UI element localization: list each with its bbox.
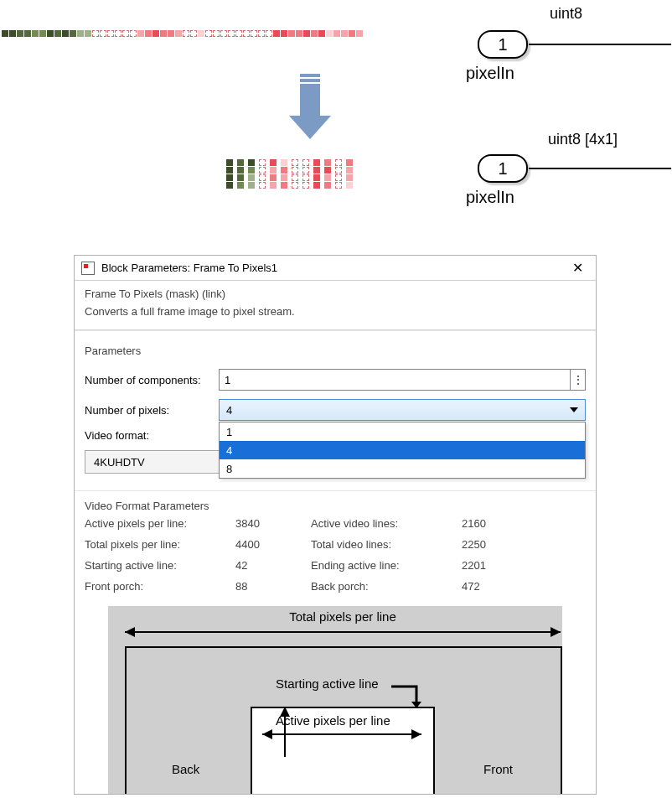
- mask-description: Frame To Pixels (mask) (link) Converts a…: [75, 281, 596, 330]
- mask-title: Frame To Pixels (mask) (link): [85, 288, 586, 300]
- vfp-label: Active pixels per line:: [85, 517, 227, 530]
- inport-pixelin-1[interactable]: 1: [478, 30, 528, 59]
- vfp-label: Back porch:: [311, 580, 453, 593]
- vfp-value: 2250: [462, 538, 529, 551]
- inport-name: pixelIn: [466, 188, 514, 207]
- vfp-value: 3840: [235, 517, 302, 530]
- num-pixels-option[interactable]: 4: [220, 441, 585, 459]
- num-pixels-dropdown[interactable]: 4 1 4 8: [219, 399, 586, 421]
- inport-pixelin-2[interactable]: 1: [478, 154, 528, 183]
- diagram-starting-active-label: Starting active line: [276, 676, 379, 691]
- video-format-label: Video format:: [85, 429, 219, 442]
- pixel-strip-1d: [2, 30, 363, 37]
- num-components-input[interactable]: [219, 369, 571, 391]
- signal-datatype: uint8: [550, 5, 582, 23]
- num-pixels-option-list: 1 4 8: [219, 422, 586, 479]
- diagram-back-porch-label: Back: [172, 762, 199, 776]
- num-pixels-option[interactable]: 8: [220, 459, 585, 478]
- vfp-section-title: Video Format Parameters: [85, 491, 586, 517]
- diagram-arrow-h: [125, 631, 561, 633]
- diagram-arrow-icon: [391, 683, 425, 708]
- pixel-strip-4xN: [226, 159, 353, 189]
- svg-rect-1: [300, 79, 320, 82]
- block-parameters-dialog: Block Parameters: Frame To Pixels1 ✕ Fra…: [74, 255, 597, 795]
- vfp-label: Ending active line:: [311, 559, 453, 572]
- chevron-down-icon: [570, 407, 578, 412]
- vfp-value: 42: [235, 559, 302, 572]
- vfp-value: 472: [462, 580, 529, 593]
- signal-wire: [529, 168, 671, 169]
- vfp-label: Total pixels per line:: [85, 538, 227, 551]
- diagram-front-porch-label: Front: [483, 762, 513, 776]
- svg-rect-0: [300, 74, 320, 77]
- vfp-value: 2160: [462, 517, 529, 530]
- mask-help: Converts a full frame image to pixel str…: [85, 305, 586, 318]
- dialog-title: Block Parameters: Frame To Pixels1: [101, 262, 277, 274]
- inport-number: 1: [498, 159, 507, 179]
- svg-rect-2: [300, 84, 320, 116]
- num-pixels-label: Number of pixels:: [85, 404, 219, 417]
- vfp-value: 4400: [235, 538, 302, 551]
- parameters-section-title: Parameters: [85, 336, 586, 360]
- vfp-label: Active video lines:: [311, 517, 453, 530]
- vfp-label: Total video lines:: [311, 538, 453, 551]
- svg-marker-3: [289, 116, 331, 139]
- transform-arrow-icon: [285, 74, 335, 141]
- vfp-value: 88: [235, 580, 302, 593]
- num-components-label: Number of components:: [85, 374, 219, 386]
- vfp-label: Starting active line:: [85, 559, 227, 572]
- vfp-label: Front porch:: [85, 580, 227, 593]
- inport-number: 1: [498, 35, 507, 54]
- inport-name: pixelIn: [466, 64, 514, 83]
- dialog-titlebar: Block Parameters: Frame To Pixels1 ✕: [75, 256, 596, 281]
- diagram-total-pixels-label: Total pixels per line: [108, 609, 577, 624]
- num-pixels-option[interactable]: 1: [220, 422, 585, 441]
- num-components-more-button[interactable]: ⋮: [571, 369, 586, 391]
- signal-datatype: uint8 [4x1]: [548, 131, 618, 148]
- diagram-arrow-h: [262, 733, 421, 735]
- simulink-block-icon: [81, 262, 95, 275]
- num-pixels-value: 4: [226, 404, 232, 417]
- vfp-grid: Active pixels per line: 3840 Active vide…: [85, 517, 586, 593]
- close-icon[interactable]: ✕: [566, 260, 589, 276]
- frame-geometry-diagram: Total pixels per line Starting active li…: [108, 606, 562, 795]
- signal-wire: [529, 44, 671, 45]
- diagram-active-pixels-label: Active pixels per line: [276, 713, 390, 728]
- vfp-value: 2201: [462, 559, 529, 572]
